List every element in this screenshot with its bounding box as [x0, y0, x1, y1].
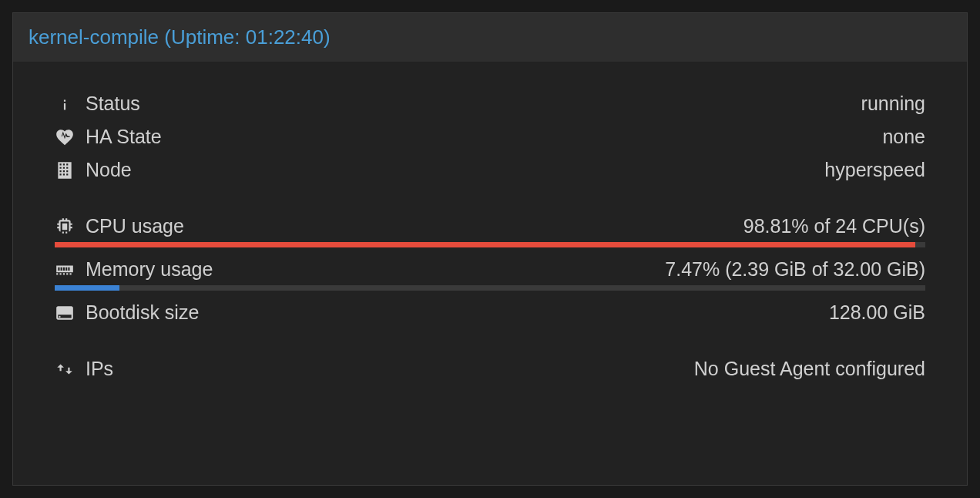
ha-state-label: HA State: [86, 126, 162, 148]
node-value: hyperspeed: [824, 159, 925, 181]
cpu-usage-block: CPU usage 98.81% of 24 CPU(s): [55, 215, 925, 247]
cpu-bar-track: [55, 242, 925, 247]
hdd-icon: [55, 303, 75, 323]
panel-header: kernel-compile (Uptime: 01:22:40): [13, 13, 967, 62]
panel-body: Status running HA State none Node hypers…: [13, 62, 967, 485]
memory-label: Memory usage: [86, 258, 213, 281]
cpu-value: 98.81% of 24 CPU(s): [743, 215, 925, 237]
status-label: Status: [86, 93, 140, 115]
memory-bar-track: [55, 285, 925, 291]
panel-title: kernel-compile (Uptime: 01:22:40): [29, 25, 331, 49]
bootdisk-label: Bootdisk size: [86, 301, 199, 324]
heartbeat-icon: [55, 127, 75, 147]
memory-icon: [55, 260, 75, 280]
ips-row: IPs No Guest Agent configured: [55, 358, 925, 380]
memory-value: 7.47% (2.39 GiB of 32.00 GiB): [665, 258, 925, 281]
bootdisk-row: Bootdisk size 128.00 GiB: [55, 301, 925, 324]
status-row: Status running: [55, 93, 925, 115]
bootdisk-value: 128.00 GiB: [829, 301, 925, 324]
status-value: running: [861, 93, 925, 115]
cpu-bar-fill: [55, 242, 915, 247]
memory-bar-fill: [55, 285, 119, 291]
cpu-label: CPU usage: [86, 215, 184, 237]
memory-usage-block: Memory usage 7.47% (2.39 GiB of 32.00 Gi…: [55, 258, 925, 291]
cpu-icon: [55, 217, 75, 237]
building-icon: [55, 160, 75, 180]
node-row: Node hyperspeed: [55, 159, 925, 181]
exchange-icon: [55, 359, 75, 379]
ha-state-value: none: [882, 126, 925, 148]
node-label: Node: [86, 159, 132, 181]
info-icon: [55, 94, 75, 114]
status-panel: kernel-compile (Uptime: 01:22:40) Status…: [12, 12, 968, 486]
ips-label: IPs: [86, 358, 113, 380]
ips-value: No Guest Agent configured: [694, 358, 925, 380]
ha-state-row: HA State none: [55, 126, 925, 148]
